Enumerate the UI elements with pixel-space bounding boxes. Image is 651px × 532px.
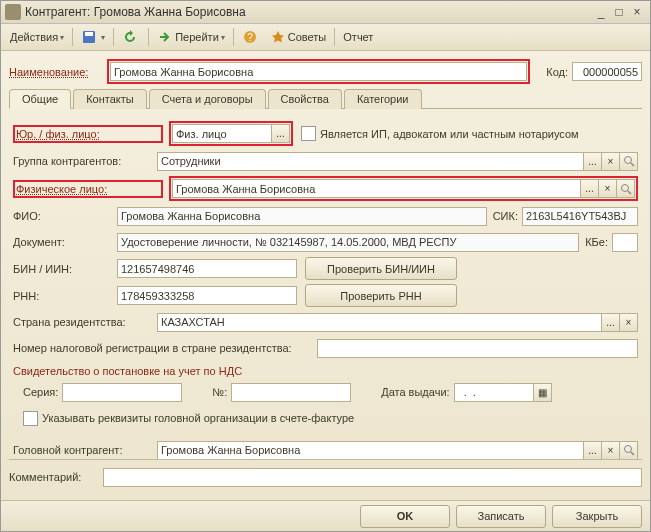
svg-point-4 (624, 157, 631, 164)
tab-accounts[interactable]: Счета и договоры (149, 89, 266, 109)
check-bin-button[interactable]: Проверить БИН/ИИН (305, 257, 457, 280)
headorg-label: Головной контрагент: (13, 444, 153, 456)
country-select-button[interactable]: ... (602, 313, 620, 332)
name-input[interactable] (110, 62, 527, 81)
actions-menu[interactable]: Действия▾ (5, 29, 69, 45)
report-button[interactable]: Отчет (338, 29, 378, 45)
tabs: Общие Контакты Счета и договоры Свойства… (9, 88, 642, 109)
save-icon[interactable]: ▾ (76, 27, 110, 47)
svg-line-5 (631, 163, 634, 166)
rnn-input[interactable] (117, 286, 297, 305)
app-icon (5, 4, 21, 20)
taxnum-label: Номер налоговой регистрации в стране рез… (13, 342, 313, 354)
series-input[interactable] (62, 383, 182, 402)
save-button[interactable]: Записать (456, 505, 546, 528)
headorg-chk-label: Указывать реквизиты головной организации… (42, 412, 354, 424)
minimize-button[interactable]: _ (592, 4, 610, 20)
physical-select-button[interactable]: ... (581, 179, 599, 198)
code-input[interactable] (572, 62, 642, 81)
close-button-footer[interactable]: Закрыть (552, 505, 642, 528)
kbe-input[interactable] (612, 233, 638, 252)
fio-input (117, 207, 487, 226)
physical-clear-button[interactable]: × (599, 179, 617, 198)
date-input[interactable] (454, 383, 534, 402)
tab-general[interactable]: Общие (9, 89, 71, 109)
headorg-clear-button[interactable]: × (602, 441, 620, 460)
svg-point-8 (624, 446, 631, 453)
maximize-button[interactable]: □ (610, 4, 628, 20)
check-rnn-button[interactable]: Проверить РНН (305, 284, 457, 307)
svg-line-7 (628, 191, 631, 194)
comment-input[interactable] (103, 468, 642, 487)
window-title: Контрагент: Громова Жанна Борисовна (25, 5, 592, 19)
name-label: Наименование: (9, 66, 103, 78)
nds-section-title: Свидетельство о постановке на учет по НД… (13, 365, 638, 377)
headorg-checkbox[interactable] (23, 411, 38, 426)
num-input[interactable] (231, 383, 351, 402)
group-clear-button[interactable]: × (602, 152, 620, 171)
jur-input[interactable] (172, 124, 272, 143)
series-label: Серия: (23, 386, 58, 398)
group-input[interactable] (157, 152, 584, 171)
svg-text:?: ? (247, 32, 253, 43)
tab-properties[interactable]: Свойства (268, 89, 342, 109)
sik-label: СИК: (493, 210, 518, 222)
doc-label: Документ: (13, 236, 113, 248)
is-ip-checkbox[interactable] (301, 126, 316, 141)
footer: OK Записать Закрыть (1, 500, 650, 531)
physical-label: Физическое лицо: (16, 183, 152, 195)
doc-input (117, 233, 579, 252)
help-icon[interactable]: ? (237, 27, 265, 47)
svg-point-6 (621, 184, 628, 191)
jur-select-button[interactable]: ... (272, 124, 290, 143)
bin-label: БИН / ИИН: (13, 263, 113, 275)
svg-rect-1 (85, 32, 93, 36)
physical-input[interactable] (172, 179, 581, 198)
country-label: Страна резидентства: (13, 316, 153, 328)
rnn-label: РНН: (13, 290, 113, 302)
refresh-icon[interactable] (117, 27, 145, 47)
group-label: Группа контрагентов: (13, 155, 153, 167)
physical-open-button[interactable] (617, 179, 635, 198)
country-clear-button[interactable]: × (620, 313, 638, 332)
sik-input (522, 207, 638, 226)
tab-categories[interactable]: Категории (344, 89, 422, 109)
headorg-open-button[interactable] (620, 441, 638, 460)
taxnum-input[interactable] (317, 339, 638, 358)
date-label: Дата выдачи: (381, 386, 449, 398)
group-open-button[interactable] (620, 152, 638, 171)
tab-contacts[interactable]: Контакты (73, 89, 147, 109)
titlebar: Контрагент: Громова Жанна Борисовна _ □ … (1, 1, 650, 24)
comment-label: Комментарий: (9, 471, 99, 483)
group-select-button[interactable]: ... (584, 152, 602, 171)
advice-button[interactable]: Советы (265, 27, 331, 47)
ok-button[interactable]: OK (360, 505, 450, 528)
toolbar: Действия▾ ▾ Перейти▾ ? Советы Отчет (1, 24, 650, 51)
date-picker-button[interactable]: ▦ (534, 383, 552, 402)
fio-label: ФИО: (13, 210, 113, 222)
headorg-select-button[interactable]: ... (584, 441, 602, 460)
svg-line-9 (631, 452, 634, 455)
is-ip-label: Является ИП, адвокатом или частным нотар… (320, 128, 579, 140)
goto-menu[interactable]: Перейти▾ (152, 27, 230, 47)
kbe-label: КБе: (585, 236, 608, 248)
num-label: №: (212, 386, 227, 398)
code-label: Код: (546, 66, 568, 78)
close-button[interactable]: × (628, 4, 646, 20)
headorg-input[interactable] (157, 441, 584, 460)
bin-input[interactable] (117, 259, 297, 278)
country-input[interactable] (157, 313, 602, 332)
jur-label: Юр. / физ. лицо: (16, 128, 152, 140)
